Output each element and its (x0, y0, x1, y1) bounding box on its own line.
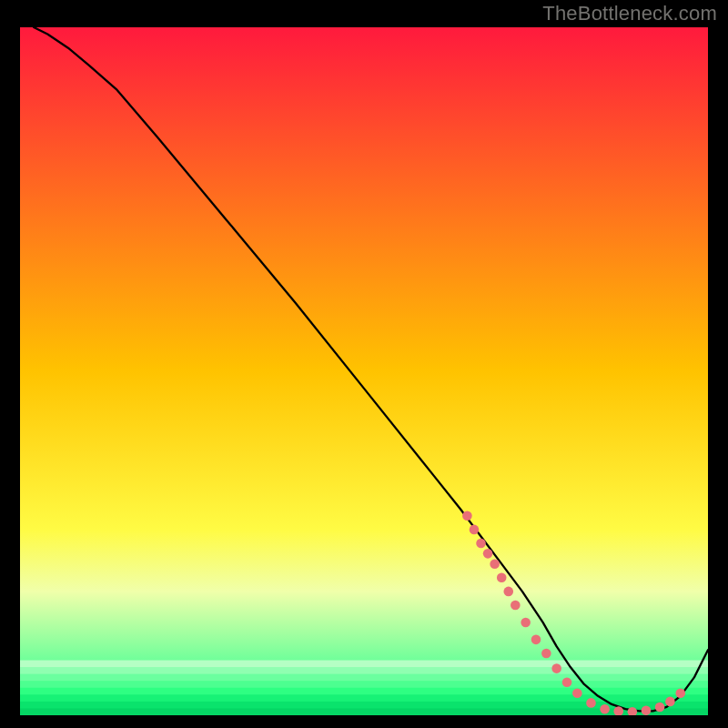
plot-area (20, 27, 708, 715)
svg-point-12 (483, 549, 493, 559)
svg-point-29 (665, 697, 675, 707)
svg-point-11 (476, 539, 486, 549)
svg-point-23 (586, 698, 596, 708)
svg-point-9 (462, 511, 472, 521)
svg-point-10 (470, 525, 480, 535)
svg-point-22 (572, 689, 582, 699)
attribution-label: TheBottleneck.com (542, 2, 717, 25)
svg-rect-4 (20, 681, 708, 688)
svg-point-21 (562, 677, 572, 687)
svg-point-19 (541, 649, 551, 659)
svg-point-16 (511, 601, 521, 611)
chart-svg (20, 27, 708, 715)
svg-point-13 (490, 559, 500, 569)
svg-point-17 (521, 618, 531, 628)
svg-rect-5 (20, 688, 708, 695)
svg-point-18 (531, 635, 541, 645)
svg-point-30 (675, 689, 685, 699)
svg-rect-2 (20, 667, 708, 674)
svg-point-24 (600, 704, 610, 714)
svg-point-15 (503, 587, 513, 597)
svg-point-14 (497, 573, 507, 583)
svg-point-20 (551, 663, 561, 673)
svg-point-27 (642, 705, 652, 715)
chart-frame: TheBottleneck.com (0, 0, 728, 728)
svg-rect-3 (20, 674, 708, 682)
svg-rect-1 (20, 661, 708, 668)
svg-rect-0 (20, 27, 708, 715)
svg-point-28 (655, 703, 665, 713)
